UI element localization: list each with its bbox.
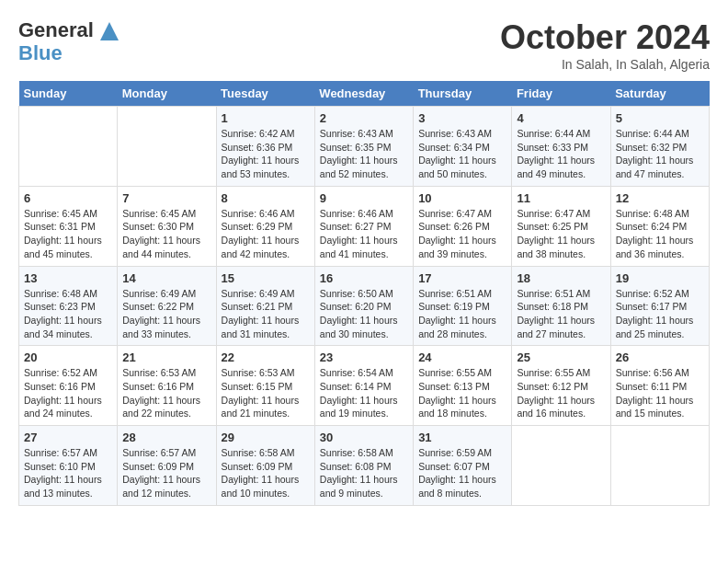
- day-number: 22: [222, 350, 310, 364]
- day-number: 2: [320, 111, 408, 125]
- svg-marker-0: [100, 22, 119, 40]
- calendar-cell: 26Sunrise: 6:56 AMSunset: 6:11 PMDayligh…: [610, 346, 709, 426]
- calendar-cell: 29Sunrise: 6:58 AMSunset: 6:09 PMDayligh…: [216, 426, 314, 506]
- weekday-header: Monday: [118, 81, 216, 107]
- calendar-cell: 24Sunrise: 6:55 AMSunset: 6:13 PMDayligh…: [414, 346, 512, 426]
- day-detail: Sunrise: 6:58 AMSunset: 6:09 PMDaylight:…: [222, 446, 310, 500]
- day-number: 13: [24, 271, 112, 285]
- calendar-table: SundayMondayTuesdayWednesdayThursdayFrid…: [18, 81, 710, 506]
- calendar-cell: 11Sunrise: 6:47 AMSunset: 6:25 PMDayligh…: [512, 186, 610, 266]
- calendar-week-row: 27Sunrise: 6:57 AMSunset: 6:10 PMDayligh…: [19, 426, 710, 506]
- logo-text: General: [18, 18, 122, 44]
- calendar-cell: 7Sunrise: 6:45 AMSunset: 6:30 PMDaylight…: [118, 186, 216, 266]
- weekday-header-row: SundayMondayTuesdayWednesdayThursdayFrid…: [19, 81, 710, 107]
- calendar-cell: 28Sunrise: 6:57 AMSunset: 6:09 PMDayligh…: [118, 426, 216, 506]
- calendar-cell: 18Sunrise: 6:51 AMSunset: 6:18 PMDayligh…: [512, 266, 610, 346]
- day-number: 6: [24, 191, 112, 205]
- day-detail: Sunrise: 6:57 AMSunset: 6:10 PMDaylight:…: [24, 446, 112, 500]
- calendar-cell: [118, 107, 216, 187]
- calendar-cell: 20Sunrise: 6:52 AMSunset: 6:16 PMDayligh…: [19, 346, 118, 426]
- day-detail: Sunrise: 6:52 AMSunset: 6:17 PMDaylight:…: [616, 287, 704, 341]
- day-detail: Sunrise: 6:55 AMSunset: 6:12 PMDaylight:…: [517, 366, 605, 420]
- month-title: October 2024: [500, 18, 710, 57]
- calendar-cell: 4Sunrise: 6:44 AMSunset: 6:33 PMDaylight…: [512, 107, 610, 187]
- calendar-cell: [512, 426, 610, 506]
- day-detail: Sunrise: 6:55 AMSunset: 6:13 PMDaylight:…: [418, 366, 506, 420]
- calendar-cell: 14Sunrise: 6:49 AMSunset: 6:22 PMDayligh…: [118, 266, 216, 346]
- day-detail: Sunrise: 6:54 AMSunset: 6:14 PMDaylight:…: [320, 366, 408, 420]
- day-number: 7: [122, 191, 210, 205]
- day-detail: Sunrise: 6:49 AMSunset: 6:22 PMDaylight:…: [122, 287, 210, 341]
- day-number: 27: [24, 431, 112, 444]
- day-detail: Sunrise: 6:50 AMSunset: 6:20 PMDaylight:…: [320, 287, 408, 341]
- day-detail: Sunrise: 6:45 AMSunset: 6:31 PMDaylight:…: [24, 207, 112, 261]
- day-number: 18: [517, 271, 605, 285]
- calendar-cell: 8Sunrise: 6:46 AMSunset: 6:29 PMDaylight…: [216, 186, 314, 266]
- page-header: General Blue October 2024 In Salah, In S…: [18, 18, 710, 72]
- day-number: 29: [222, 431, 310, 444]
- calendar-cell: 2Sunrise: 6:43 AMSunset: 6:35 PMDaylight…: [314, 107, 413, 187]
- calendar-cell: 19Sunrise: 6:52 AMSunset: 6:17 PMDayligh…: [610, 266, 709, 346]
- calendar-cell: 13Sunrise: 6:48 AMSunset: 6:23 PMDayligh…: [19, 266, 118, 346]
- day-detail: Sunrise: 6:59 AMSunset: 6:07 PMDaylight:…: [418, 446, 506, 500]
- calendar-cell: [19, 107, 118, 187]
- day-number: 12: [616, 191, 704, 205]
- calendar-cell: 23Sunrise: 6:54 AMSunset: 6:14 PMDayligh…: [314, 346, 413, 426]
- day-number: 10: [418, 191, 506, 205]
- day-number: 5: [616, 111, 704, 125]
- calendar-cell: 25Sunrise: 6:55 AMSunset: 6:12 PMDayligh…: [512, 346, 610, 426]
- calendar-week-row: 6Sunrise: 6:45 AMSunset: 6:31 PMDaylight…: [19, 186, 710, 266]
- calendar-cell: 31Sunrise: 6:59 AMSunset: 6:07 PMDayligh…: [414, 426, 512, 506]
- calendar-cell: 9Sunrise: 6:46 AMSunset: 6:27 PMDaylight…: [314, 186, 413, 266]
- weekday-header: Sunday: [19, 81, 118, 107]
- calendar-cell: 15Sunrise: 6:49 AMSunset: 6:21 PMDayligh…: [216, 266, 314, 346]
- calendar-cell: 10Sunrise: 6:47 AMSunset: 6:26 PMDayligh…: [414, 186, 512, 266]
- calendar-cell: 3Sunrise: 6:43 AMSunset: 6:34 PMDaylight…: [414, 107, 512, 187]
- day-detail: Sunrise: 6:46 AMSunset: 6:27 PMDaylight:…: [320, 207, 408, 261]
- day-number: 16: [320, 271, 408, 285]
- day-detail: Sunrise: 6:56 AMSunset: 6:11 PMDaylight:…: [616, 366, 704, 420]
- day-detail: Sunrise: 6:44 AMSunset: 6:32 PMDaylight:…: [616, 127, 704, 181]
- logo-icon: [97, 18, 122, 44]
- weekday-header: Friday: [512, 81, 610, 107]
- calendar-cell: [610, 426, 709, 506]
- day-number: 26: [616, 350, 704, 364]
- day-detail: Sunrise: 6:51 AMSunset: 6:19 PMDaylight:…: [418, 287, 506, 341]
- day-detail: Sunrise: 6:53 AMSunset: 6:15 PMDaylight:…: [222, 366, 310, 420]
- calendar-cell: 22Sunrise: 6:53 AMSunset: 6:15 PMDayligh…: [216, 346, 314, 426]
- calendar-week-row: 20Sunrise: 6:52 AMSunset: 6:16 PMDayligh…: [19, 346, 710, 426]
- day-detail: Sunrise: 6:58 AMSunset: 6:08 PMDaylight:…: [320, 446, 408, 500]
- calendar-cell: 16Sunrise: 6:50 AMSunset: 6:20 PMDayligh…: [314, 266, 413, 346]
- day-detail: Sunrise: 6:57 AMSunset: 6:09 PMDaylight:…: [122, 446, 210, 500]
- day-number: 1: [222, 111, 310, 125]
- day-number: 17: [418, 271, 506, 285]
- calendar-cell: 21Sunrise: 6:53 AMSunset: 6:16 PMDayligh…: [118, 346, 216, 426]
- calendar-cell: 1Sunrise: 6:42 AMSunset: 6:36 PMDaylight…: [216, 107, 314, 187]
- day-detail: Sunrise: 6:42 AMSunset: 6:36 PMDaylight:…: [222, 127, 310, 181]
- day-number: 8: [222, 191, 310, 205]
- day-detail: Sunrise: 6:47 AMSunset: 6:25 PMDaylight:…: [517, 207, 605, 261]
- weekday-header: Wednesday: [314, 81, 413, 107]
- calendar-week-row: 1Sunrise: 6:42 AMSunset: 6:36 PMDaylight…: [19, 107, 710, 187]
- calendar-week-row: 13Sunrise: 6:48 AMSunset: 6:23 PMDayligh…: [19, 266, 710, 346]
- calendar-cell: 27Sunrise: 6:57 AMSunset: 6:10 PMDayligh…: [19, 426, 118, 506]
- day-number: 20: [24, 350, 112, 364]
- calendar-cell: 5Sunrise: 6:44 AMSunset: 6:32 PMDaylight…: [610, 107, 709, 187]
- day-number: 11: [517, 191, 605, 205]
- day-number: 23: [320, 350, 408, 364]
- location: In Salah, In Salah, Algeria: [500, 57, 710, 72]
- day-number: 21: [122, 350, 210, 364]
- day-number: 28: [122, 431, 210, 444]
- day-detail: Sunrise: 6:44 AMSunset: 6:33 PMDaylight:…: [517, 127, 605, 181]
- day-detail: Sunrise: 6:43 AMSunset: 6:35 PMDaylight:…: [320, 127, 408, 181]
- day-detail: Sunrise: 6:51 AMSunset: 6:18 PMDaylight:…: [517, 287, 605, 341]
- weekday-header: Saturday: [610, 81, 709, 107]
- day-detail: Sunrise: 6:45 AMSunset: 6:30 PMDaylight:…: [122, 207, 210, 261]
- calendar-cell: 30Sunrise: 6:58 AMSunset: 6:08 PMDayligh…: [314, 426, 413, 506]
- day-number: 19: [616, 271, 704, 285]
- day-number: 25: [517, 350, 605, 364]
- day-detail: Sunrise: 6:43 AMSunset: 6:34 PMDaylight:…: [418, 127, 506, 181]
- calendar-cell: 12Sunrise: 6:48 AMSunset: 6:24 PMDayligh…: [610, 186, 709, 266]
- day-detail: Sunrise: 6:49 AMSunset: 6:21 PMDaylight:…: [222, 287, 310, 341]
- logo-blue: Blue: [18, 42, 122, 64]
